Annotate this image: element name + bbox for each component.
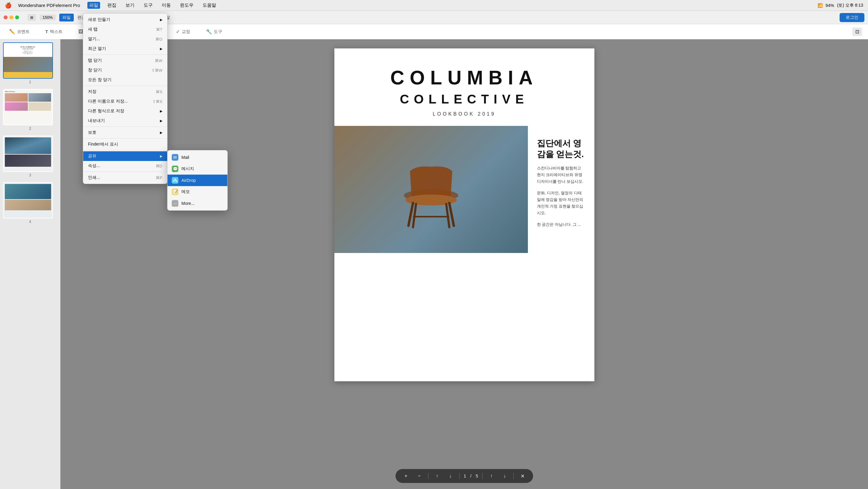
zoom-in-button[interactable]: + [402,471,410,481]
traffic-lights [4,16,19,19]
divider-5 [83,150,167,150]
menubar-view[interactable]: 보기 [124,2,136,9]
panel-toggle[interactable]: ⊡ [852,28,862,36]
comment-tool[interactable]: ✏️ 코멘트 [6,27,33,36]
menu-protect[interactable]: 보호 ▶ [83,128,167,137]
scroll-down-button[interactable]: ↓ [446,471,455,481]
file-menu-dropdown: 새로 만들기 ▶ 새 탭 ⌘T 열기... ⌘O 최근 열기 ▶ 탭 닫기 ⌘W… [83,13,167,184]
menu-share[interactable]: 공유 ▶ ✉ Mail 💬 메시지 [83,151,167,161]
menu-finder[interactable]: Finder에서 표시 [83,140,167,149]
text-icon: T [45,29,48,34]
menubar-help[interactable]: 도움말 [201,2,218,9]
svg-point-7 [175,179,176,180]
menubar-edit[interactable]: 편집 [105,2,118,9]
close-toolbar-button[interactable]: ✕ [518,471,527,481]
svg-line-2 [408,203,413,226]
open-shortcut: ⌘O [155,37,162,41]
pdf-right-body2: 문화, 디자인, 열정의 디테일에 영감을 받아 자신만의 개인적 가정 표현을… [537,190,585,217]
sidebar-page-1[interactable]: COLUMBIA COLLECTIVE 창업이지 크리에이터브와 유명 디자이너… [3,42,57,84]
svg-line-4 [413,204,416,227]
share-messages-label: 메시지 [181,166,194,172]
menu-open[interactable]: 열기... ⌘O [83,34,167,44]
menu-properties[interactable]: 속성... ⌘D [83,161,167,171]
scroll-up-button[interactable]: ↑ [433,471,442,481]
share-memo[interactable]: 📝 메모 [167,186,227,198]
menubar-tools[interactable]: 도구 [142,2,154,9]
bottom-toolbar: + − ↑ ↓ 1 / 5 ↑ ↓ ✕ [396,469,533,483]
sidebar-toggle-btn[interactable]: ⊞ [28,14,36,21]
pdf-right-body3: 한 공간은 아닙니다. 그 ... [537,221,585,228]
menu-close-all[interactable]: 모든 창 닫기 [83,75,167,85]
memo-icon: 📝 [172,189,178,195]
correct-tool[interactable]: ✓ 교정 [173,27,193,36]
print-shortcut: ⌘P [156,175,162,180]
share-messages[interactable]: 💬 메시지 [167,163,227,175]
menu-new[interactable]: 새로 만들기 ▶ [83,15,167,25]
apple-menu[interactable]: 🍎 [5,2,11,9]
menu-export[interactable]: 내보내기 ▶ [83,116,167,125]
toolbar-divider-3 [482,473,483,479]
airdrop-icon [172,177,178,184]
page-3-thumbnail[interactable] [3,136,53,172]
tools-icon: 🔧 [206,29,212,34]
menu-save-label: 저장 [88,89,96,94]
menubar-window[interactable]: 윈도우 [178,2,195,9]
page-2-preview: Table of Contents [4,90,52,125]
pdf-main-content: 집단에서 영감을 얻는것. 스칸디나비아를 탐험하고 현지 크리에이티브와 유명… [334,126,594,253]
menu-save-as[interactable]: 다른 이름으로 저장... ⇧⌘S [83,96,167,106]
divider-2 [83,86,167,86]
mail-icon: ✉ [172,154,178,161]
menu-finder-label: Finder에서 표시 [88,142,118,147]
recent-arrow-icon: ▶ [160,47,162,51]
menu-save-format[interactable]: 다른 형식으로 저장 ▶ [83,106,167,116]
export-arrow-icon: ▶ [160,119,162,123]
menu-print[interactable]: 인쇄... ⌘P [83,173,167,182]
menu-save[interactable]: 저장 ⌘S [83,87,167,96]
correct-icon: ✓ [176,29,180,34]
page-3-preview [4,136,52,171]
tools-tool[interactable]: 🔧 도구 [203,27,225,36]
file-menu-btn[interactable]: 파일 [59,13,74,22]
menu-close-win[interactable]: 창 닫기 ⇧⌘W [83,65,167,75]
menu-save-as-label: 다른 이름으로 저장... [88,99,128,104]
page-2-thumbnail[interactable]: Table of Contents [3,89,53,125]
menu-open-label: 열기... [88,36,100,42]
page-1-number: 1 [3,80,57,84]
page-4-thumbnail[interactable] [3,182,53,219]
page-2-number: 2 [3,126,57,131]
next-page-button[interactable]: ↓ [500,471,509,481]
menu-recent[interactable]: 최근 열기 ▶ [83,44,167,54]
pdf-view-area[interactable]: COLUMBIA COLLECTIVE LOOKBOOK 2019 [60,39,868,489]
clock: (토) 오후 8:13 [837,3,863,8]
menu-properties-label: 속성... [88,163,100,169]
image-icon: 🖼 [78,29,83,34]
close-button[interactable] [4,16,7,19]
svg-line-3 [449,203,454,226]
share-mail[interactable]: ✉ Mail [167,152,227,163]
page-4-preview [4,183,52,218]
menubar-file[interactable]: 파일 [87,2,100,9]
save-shortcut: ⌘S [156,90,162,94]
current-page-number: 1 [464,473,466,479]
share-airdrop[interactable]: AirDrop [167,175,227,186]
sidebar-page-2[interactable]: Table of Contents 2 [3,89,57,131]
text-tool[interactable]: T 텍스트 [42,27,66,36]
chair-illustration [392,147,470,232]
share-more[interactable]: ··· More... [167,198,227,209]
prev-page-button[interactable]: ↑ [487,471,496,481]
zoom-out-button[interactable]: − [415,471,424,481]
menu-close-tab[interactable]: 탭 닫기 ⌘W [83,56,167,65]
page-separator: / [470,473,472,479]
menubar-app-name[interactable]: Wondershare PDFelement Pro [16,2,82,8]
share-mail-label: Mail [181,155,189,160]
zoom-control[interactable]: 150% [40,15,56,20]
mac-menubar: 🍎 Wondershare PDFelement Pro 파일 편집 보기 도구… [0,0,868,11]
login-button[interactable]: 로그인 [840,13,864,22]
minimize-button[interactable] [9,16,13,19]
sidebar-page-3[interactable]: 3 [3,136,57,177]
fullscreen-button[interactable] [15,16,19,19]
page-1-thumbnail[interactable]: COLUMBIA COLLECTIVE 창업이지 크리에이터브와 유명 디자이너… [3,42,53,79]
menubar-move[interactable]: 이동 [160,2,173,9]
sidebar-page-4[interactable]: 4 [3,182,57,224]
menu-new-tab[interactable]: 새 탭 ⌘T [83,25,167,34]
